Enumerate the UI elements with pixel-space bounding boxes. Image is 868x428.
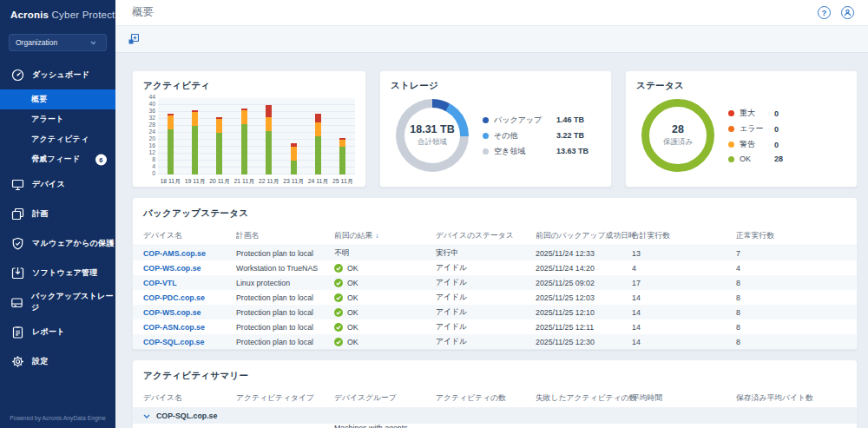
stacked-bar xyxy=(315,114,321,174)
device-link[interactable]: COP-AMS.cop.se xyxy=(143,249,206,258)
legend-value: 0 xyxy=(774,109,779,118)
column-header[interactable]: デバイスのステータス xyxy=(436,231,536,241)
sidebar-item-label: マルウェアからの保護 xyxy=(32,238,115,249)
table-row[interactable]: COP-WS.cop.seWorkstation to TrueNASOKアイド… xyxy=(133,260,857,275)
table-row[interactable]: COP-SQL.cop.seProtection plan to localOK… xyxy=(133,334,857,349)
bar-segment-warning xyxy=(216,119,222,133)
y-tick-label: 4 xyxy=(152,164,155,170)
bar-segment-ok xyxy=(339,147,345,174)
sidebar-item-alerts[interactable]: アラート xyxy=(0,109,115,129)
sidebar-item-label: バックアップストレージ xyxy=(31,291,115,313)
device-cell: COP-PDC.cop.se xyxy=(143,293,236,302)
column-header[interactable]: アクティビティタイプ xyxy=(236,393,334,404)
x-axis-label: 22 11月 xyxy=(257,177,281,186)
storage-total-label: 合計領域 xyxy=(418,137,447,148)
column-header[interactable]: 合計実行数 xyxy=(632,231,736,241)
column-header[interactable]: 保存済み平均バイト数 xyxy=(736,393,846,404)
sidebar-item-malware-protection[interactable]: マルウェアからの保護 xyxy=(0,228,115,258)
help-icon[interactable]: ? xyxy=(818,6,831,19)
y-tick-label: 16 xyxy=(148,143,155,149)
column-header[interactable]: デバイスグループ xyxy=(334,393,436,404)
activity-summary-rows: COP-SQL.cop.seインフラストラクチャMachines with ag… xyxy=(133,424,857,428)
table-row[interactable]: COP-VTLLinux protectionOKアイドル2025/11/25 … xyxy=(133,275,857,290)
sidebar-item-overview[interactable]: 概要 xyxy=(0,89,115,109)
shield-check-icon xyxy=(10,237,24,250)
column-header[interactable]: 平均時間 xyxy=(632,393,736,404)
column-header[interactable]: 計画名 xyxy=(236,231,334,241)
device-status-cell: アイドル xyxy=(436,263,536,273)
column-header[interactable]: 正常実行数 xyxy=(736,231,846,241)
sidebar-item-backup-storage[interactable]: バックアップストレージ xyxy=(0,287,115,317)
table-row[interactable]: COP-SQL.cop.seインフラストラクチャMachines with ag… xyxy=(133,424,857,428)
sidebar-item-reports[interactable]: レポート xyxy=(0,317,115,346)
device-link[interactable]: COP-SQL.cop.se xyxy=(143,338,204,346)
x-axis-label: 21 11月 xyxy=(232,177,256,186)
storage-legend-item: その他3.22 TB xyxy=(483,130,589,142)
status-widget-title: ステータス xyxy=(636,80,846,92)
table-row[interactable]: COP-ASN.cop.seProtection plan to localOK… xyxy=(133,319,857,334)
device-link[interactable]: COP-VTL xyxy=(143,279,177,287)
device-link[interactable]: COP-WS.cop.se xyxy=(143,264,201,273)
backup-status-title: バックアップステータス xyxy=(133,198,857,227)
sidebar-item-settings[interactable]: 設定 xyxy=(0,346,115,376)
bar-segment-warning xyxy=(291,147,297,161)
bar-column xyxy=(257,98,281,174)
last-success-cell: 2025/11/24 12:33 xyxy=(536,249,632,258)
storage-legend: バックアップ1.46 TBその他3.22 TB空き領域13.63 TB xyxy=(483,115,589,157)
bar-segment-ok xyxy=(192,126,198,174)
sidebar-item-activities[interactable]: アクティビティ xyxy=(0,129,115,149)
legend-label: その他 xyxy=(494,130,556,142)
device-cell: COP-AMS.cop.se xyxy=(143,249,236,258)
sidebar-item-threat-feed[interactable]: 脅威フィード 6 xyxy=(0,149,115,169)
table-row[interactable]: COP-AMS.cop.seProtection plan to local不明… xyxy=(133,246,857,260)
result-cell: OK xyxy=(334,264,436,273)
y-tick-label: 40 xyxy=(148,102,155,108)
bar-segment-ok xyxy=(315,136,321,174)
column-header[interactable]: アクティビティの数 xyxy=(436,393,536,404)
sort-desc-arrow: ↓ xyxy=(375,231,378,240)
device-link[interactable]: COP-PDC.cop.se xyxy=(143,293,205,302)
legend-value: 28 xyxy=(774,155,783,163)
total-runs-cell: 14 xyxy=(632,323,736,332)
activity-summary-panel: アクティビティサマリー デバイス名アクティビティタイプデバイスグループアクティビ… xyxy=(132,359,858,428)
sidebar-item-devices[interactable]: デバイス xyxy=(0,169,115,199)
device-cell: COP-WS.cop.se xyxy=(143,308,236,317)
device-link[interactable]: COP-ASN.cop.se xyxy=(143,323,205,332)
legend-label: 警告 xyxy=(740,139,774,150)
y-tick-label: 36 xyxy=(148,109,155,115)
column-header[interactable]: デバイス名 xyxy=(143,393,236,404)
gear-icon xyxy=(10,355,24,368)
add-widget-icon xyxy=(128,34,139,44)
organization-selector[interactable]: Organization xyxy=(9,34,107,51)
column-header[interactable]: デバイス名 xyxy=(143,231,236,241)
table-row[interactable]: COP-WS.cop.seProtection plan to localOKア… xyxy=(133,305,857,319)
plan-cell: Protection plan to local xyxy=(236,338,334,346)
sidebar-item-dashboard[interactable]: ダッシュボード xyxy=(0,60,115,89)
plan-cell: Protection plan to local xyxy=(236,249,334,258)
status-count-label: 保護済み xyxy=(663,137,693,148)
legend-dot xyxy=(483,117,489,123)
column-header[interactable]: 前回の結果↓ xyxy=(334,231,436,241)
x-axis-label: 23 11月 xyxy=(281,177,306,186)
sidebar-item-plans[interactable]: 計画 xyxy=(0,199,115,228)
column-header[interactable]: 前回のバックアップ成功日時 xyxy=(536,231,632,241)
add-widget-button[interactable] xyxy=(128,34,139,44)
sidebar-item-label: アクティビティ xyxy=(31,134,89,145)
product-name: Cyber Protect xyxy=(49,10,115,20)
y-tick-label: 24 xyxy=(148,129,155,135)
y-tick-label: 12 xyxy=(148,150,155,156)
device-link[interactable]: COP-WS.cop.se xyxy=(143,308,201,317)
column-header[interactable]: 失敗したアクティビティの数 xyxy=(536,393,632,404)
sidebar-item-software-management[interactable]: ソフトウェア管理 xyxy=(0,258,115,287)
device-status-cell: アイドル xyxy=(436,337,536,347)
legend-value: 1.46 TB xyxy=(556,115,584,124)
app-logo: Acronis Cyber Protect xyxy=(0,0,115,20)
storage-drive-icon xyxy=(10,296,23,309)
total-runs-cell: 14 xyxy=(632,308,736,317)
total-runs-cell: 4 xyxy=(632,264,736,273)
sidebar-menu: ダッシュボード 概要 アラート アクティビティ 脅威フィード 6 デバイス 計画 xyxy=(0,60,115,376)
table-row[interactable]: COP-PDC.cop.seProtection plan to localOK… xyxy=(133,290,857,305)
account-icon[interactable] xyxy=(841,6,854,19)
bar-segment-ok xyxy=(291,161,297,174)
activity-summary-group-row[interactable]: COP-SQL.cop.se xyxy=(133,408,857,424)
